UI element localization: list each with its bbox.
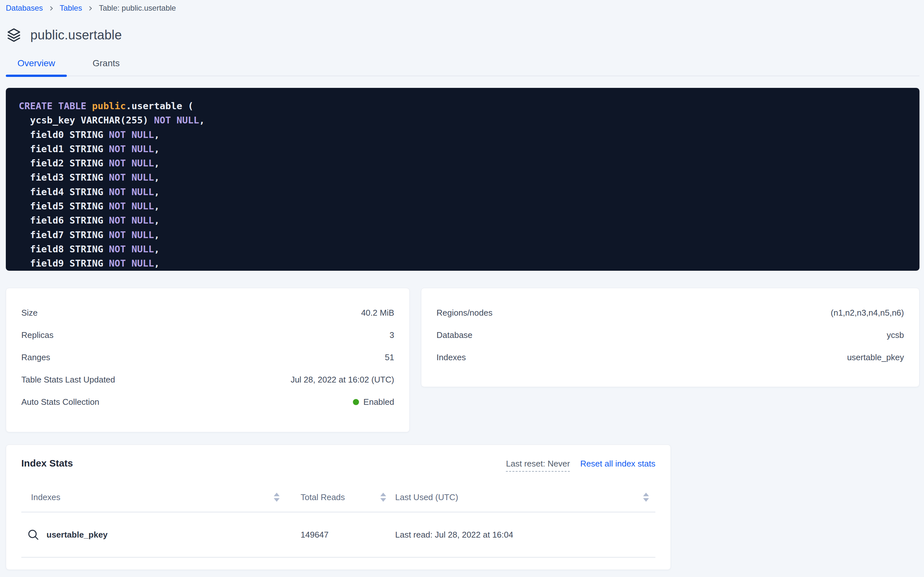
page-title: public.usertable (31, 28, 122, 42)
sql-token: NOT NULL (154, 115, 199, 126)
stat-label: Size (21, 308, 38, 318)
index-stats-title: Index Stats (21, 458, 73, 469)
sql-token: NOT NULL (109, 229, 154, 240)
sql-token: public (92, 100, 126, 111)
sql-token: , (154, 229, 159, 240)
index-stats-table: Indexes Total Reads Last Used (UTC) (21, 483, 656, 558)
sql-token: , (154, 158, 159, 169)
stat-value: ycsb (887, 330, 904, 340)
stat-row: Database ycsb (437, 324, 904, 347)
sql-token: NOT NULL (109, 129, 154, 140)
tab-grants[interactable]: Grants (81, 53, 132, 76)
sql-line: field0 STRING NOT NULL, (19, 127, 906, 142)
sql-token: , (154, 201, 159, 212)
sql-token: field9 STRING (19, 258, 109, 269)
stat-label: Regions/nodes (437, 308, 492, 318)
stat-value: (n1,n2,n3,n4,n5,n6) (831, 308, 904, 318)
sql-line: field4 STRING NOT NULL, (19, 185, 906, 199)
stat-label: Replicas (21, 330, 54, 340)
sql-line: field5 STRING NOT NULL, (19, 199, 906, 213)
sql-line: field6 STRING NOT NULL, (19, 213, 906, 227)
sql-token: .usertable ( (126, 100, 194, 111)
sql-token: field7 STRING (19, 229, 109, 240)
column-header-indexes: Indexes (31, 492, 60, 502)
sql-token: field2 STRING (19, 158, 109, 169)
index-name[interactable]: usertable_pkey (47, 530, 108, 540)
search-icon (27, 529, 39, 541)
sql-token: field5 STRING (19, 201, 109, 212)
stat-label: Indexes (437, 353, 466, 363)
breadcrumb: Databases Tables Table: public.usertable (6, 3, 919, 14)
sql-line: field7 STRING NOT NULL, (19, 228, 906, 242)
breadcrumb-link-databases[interactable]: Databases (6, 3, 43, 13)
stat-row: Regions/nodes (n1,n2,n3,n4,n5,n6) (437, 302, 904, 324)
column-header-last-used: Last Used (UTC) (395, 492, 458, 502)
stat-value: Enabled (353, 397, 394, 407)
sql-token: NOT NULL (109, 172, 154, 183)
sql-token: , (154, 129, 159, 140)
sort-icon[interactable] (643, 493, 649, 502)
sql-token: field4 STRING (19, 186, 109, 197)
chevron-right-icon (87, 5, 94, 11)
stack-icon (6, 27, 22, 43)
sql-token: field8 STRING (19, 243, 109, 255)
sql-token: field1 STRING (19, 143, 109, 155)
total-reads-value: 149647 (301, 530, 329, 540)
status-dot-enabled (353, 399, 359, 405)
sql-token: NOT NULL (109, 143, 154, 155)
sql-token: field0 STRING (19, 129, 109, 140)
stat-value: usertable_pkey (847, 353, 904, 363)
stat-label: Auto Stats Collection (21, 397, 99, 407)
stat-label: Database (437, 330, 472, 340)
sql-token: , (154, 215, 159, 226)
sql-token: field3 STRING (19, 172, 109, 183)
sql-line: field2 STRING NOT NULL, (19, 156, 906, 170)
create-table-sql-block[interactable]: CREATE TABLE public.usertable ( ycsb_key… (6, 88, 919, 271)
sql-token: CREATE TABLE (19, 100, 92, 111)
column-header-total-reads: Total Reads (301, 492, 345, 502)
stat-row: Auto Stats Collection Enabled (21, 391, 394, 413)
stat-row: Indexes usertable_pkey (437, 347, 904, 369)
sql-token: , (154, 243, 159, 255)
sql-token: , (154, 172, 159, 183)
sql-token: ycsb_key VARCHAR(255) (19, 115, 154, 126)
index-name-cell[interactable]: usertable_pkey (21, 529, 280, 541)
sql-token: , (154, 143, 159, 155)
table-details-card: Regions/nodes (n1,n2,n3,n4,n5,n6) Databa… (421, 288, 919, 387)
sql-line: field3 STRING NOT NULL, (19, 170, 906, 184)
table-detail-page: Databases Tables Table: public.usertable… (0, 0, 924, 577)
sql-token: NOT NULL (109, 258, 154, 269)
breadcrumb-current: Table: public.usertable (99, 3, 176, 13)
sql-token: NOT NULL (109, 158, 154, 169)
tab-bar: Overview Grants (6, 53, 919, 76)
sort-icon[interactable] (380, 493, 386, 502)
breadcrumb-link-tables[interactable]: Tables (60, 3, 82, 13)
last-used-value: Last read: Jul 28, 2022 at 16:04 (395, 530, 513, 540)
sql-token: NOT NULL (109, 243, 154, 255)
stat-row: Replicas 3 (21, 324, 394, 347)
sql-token: , (154, 186, 159, 197)
stat-row: Table Stats Last Updated Jul 28, 2022 at… (21, 369, 394, 391)
page-title-row: public.usertable (6, 26, 919, 43)
table-stats-card: Size 40.2 MiB Replicas 3 Ranges 51 Table… (6, 288, 410, 432)
sql-line: field8 STRING NOT NULL, (19, 242, 906, 256)
stat-value: 40.2 MiB (361, 308, 394, 318)
tab-overview[interactable]: Overview (6, 53, 67, 76)
stats-cards-row: Size 40.2 MiB Replicas 3 Ranges 51 Table… (6, 288, 919, 432)
sql-line: field1 STRING NOT NULL, (19, 142, 906, 156)
stat-row: Size 40.2 MiB (21, 302, 394, 324)
stat-row: Ranges 51 (21, 347, 394, 369)
sql-token: NOT NULL (109, 215, 154, 226)
sql-line: CREATE TABLE public.usertable ( (19, 99, 906, 113)
sql-line: field9 STRING NOT NULL, (19, 256, 906, 271)
chevron-right-icon (48, 5, 55, 11)
stat-value: Jul 28, 2022 at 16:02 (UTC) (291, 375, 394, 385)
last-reset-label[interactable]: Last reset: Never (506, 459, 570, 472)
sql-line: ycsb_key VARCHAR(255) NOT NULL, (19, 113, 906, 127)
index-table-row: usertable_pkey 149647 Last read: Jul 28,… (21, 513, 656, 558)
sort-icon[interactable] (274, 493, 280, 502)
sql-token: field6 STRING (19, 215, 109, 226)
sql-token: , (154, 258, 159, 269)
reset-all-index-stats-link[interactable]: Reset all index stats (580, 459, 656, 469)
sql-token: , (199, 115, 205, 126)
